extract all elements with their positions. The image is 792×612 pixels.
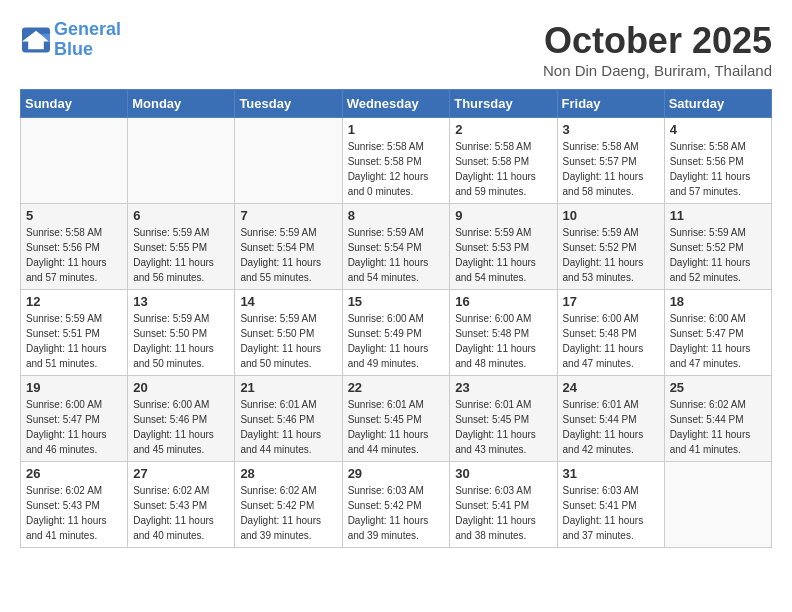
day-number: 30 xyxy=(455,466,551,481)
day-number: 10 xyxy=(563,208,659,223)
day-number: 29 xyxy=(348,466,445,481)
weekday-header-saturday: Saturday xyxy=(664,90,771,118)
day-number: 6 xyxy=(133,208,229,223)
weekday-header-wednesday: Wednesday xyxy=(342,90,450,118)
day-info: Sunrise: 6:02 AMSunset: 5:44 PMDaylight:… xyxy=(670,397,766,457)
day-info: Sunrise: 5:58 AMSunset: 5:58 PMDaylight:… xyxy=(455,139,551,199)
location-subtitle: Non Din Daeng, Buriram, Thailand xyxy=(543,62,772,79)
day-info: Sunrise: 6:00 AMSunset: 5:47 PMDaylight:… xyxy=(670,311,766,371)
calendar-cell: 17Sunrise: 6:00 AMSunset: 5:48 PMDayligh… xyxy=(557,290,664,376)
day-number: 14 xyxy=(240,294,336,309)
day-info: Sunrise: 6:01 AMSunset: 5:45 PMDaylight:… xyxy=(348,397,445,457)
calendar-cell: 24Sunrise: 6:01 AMSunset: 5:44 PMDayligh… xyxy=(557,376,664,462)
calendar-cell: 22Sunrise: 6:01 AMSunset: 5:45 PMDayligh… xyxy=(342,376,450,462)
day-number: 28 xyxy=(240,466,336,481)
calendar-cell: 13Sunrise: 5:59 AMSunset: 5:50 PMDayligh… xyxy=(128,290,235,376)
day-number: 18 xyxy=(670,294,766,309)
day-number: 27 xyxy=(133,466,229,481)
day-info: Sunrise: 5:59 AMSunset: 5:50 PMDaylight:… xyxy=(240,311,336,371)
calendar-cell: 12Sunrise: 5:59 AMSunset: 5:51 PMDayligh… xyxy=(21,290,128,376)
calendar-week-row: 19Sunrise: 6:00 AMSunset: 5:47 PMDayligh… xyxy=(21,376,772,462)
day-number: 5 xyxy=(26,208,122,223)
day-info: Sunrise: 6:00 AMSunset: 5:48 PMDaylight:… xyxy=(563,311,659,371)
month-title: October 2025 xyxy=(543,20,772,62)
day-info: Sunrise: 6:00 AMSunset: 5:49 PMDaylight:… xyxy=(348,311,445,371)
day-number: 9 xyxy=(455,208,551,223)
day-number: 13 xyxy=(133,294,229,309)
calendar-cell xyxy=(128,118,235,204)
calendar-table: SundayMondayTuesdayWednesdayThursdayFrid… xyxy=(20,89,772,548)
day-info: Sunrise: 6:02 AMSunset: 5:43 PMDaylight:… xyxy=(133,483,229,543)
day-number: 16 xyxy=(455,294,551,309)
logo-text: General Blue xyxy=(54,20,121,60)
day-info: Sunrise: 5:59 AMSunset: 5:52 PMDaylight:… xyxy=(670,225,766,285)
day-number: 23 xyxy=(455,380,551,395)
day-info: Sunrise: 6:03 AMSunset: 5:42 PMDaylight:… xyxy=(348,483,445,543)
calendar-cell: 11Sunrise: 5:59 AMSunset: 5:52 PMDayligh… xyxy=(664,204,771,290)
calendar-header-row: SundayMondayTuesdayWednesdayThursdayFrid… xyxy=(21,90,772,118)
day-info: Sunrise: 6:02 AMSunset: 5:43 PMDaylight:… xyxy=(26,483,122,543)
logo-line2: Blue xyxy=(54,39,93,59)
calendar-cell: 26Sunrise: 6:02 AMSunset: 5:43 PMDayligh… xyxy=(21,462,128,548)
day-number: 3 xyxy=(563,122,659,137)
day-info: Sunrise: 6:00 AMSunset: 5:48 PMDaylight:… xyxy=(455,311,551,371)
calendar-cell: 16Sunrise: 6:00 AMSunset: 5:48 PMDayligh… xyxy=(450,290,557,376)
day-info: Sunrise: 6:01 AMSunset: 5:45 PMDaylight:… xyxy=(455,397,551,457)
day-number: 11 xyxy=(670,208,766,223)
calendar-cell: 28Sunrise: 6:02 AMSunset: 5:42 PMDayligh… xyxy=(235,462,342,548)
day-number: 31 xyxy=(563,466,659,481)
day-info: Sunrise: 6:01 AMSunset: 5:46 PMDaylight:… xyxy=(240,397,336,457)
day-info: Sunrise: 6:03 AMSunset: 5:41 PMDaylight:… xyxy=(563,483,659,543)
calendar-cell: 4Sunrise: 5:58 AMSunset: 5:56 PMDaylight… xyxy=(664,118,771,204)
logo: General Blue xyxy=(20,20,121,60)
day-number: 15 xyxy=(348,294,445,309)
day-number: 12 xyxy=(26,294,122,309)
calendar-cell: 2Sunrise: 5:58 AMSunset: 5:58 PMDaylight… xyxy=(450,118,557,204)
day-info: Sunrise: 6:01 AMSunset: 5:44 PMDaylight:… xyxy=(563,397,659,457)
day-info: Sunrise: 6:00 AMSunset: 5:46 PMDaylight:… xyxy=(133,397,229,457)
day-number: 25 xyxy=(670,380,766,395)
calendar-cell: 19Sunrise: 6:00 AMSunset: 5:47 PMDayligh… xyxy=(21,376,128,462)
calendar-cell: 9Sunrise: 5:59 AMSunset: 5:53 PMDaylight… xyxy=(450,204,557,290)
calendar-week-row: 5Sunrise: 5:58 AMSunset: 5:56 PMDaylight… xyxy=(21,204,772,290)
day-number: 1 xyxy=(348,122,445,137)
calendar-cell: 1Sunrise: 5:58 AMSunset: 5:58 PMDaylight… xyxy=(342,118,450,204)
day-number: 8 xyxy=(348,208,445,223)
calendar-cell: 21Sunrise: 6:01 AMSunset: 5:46 PMDayligh… xyxy=(235,376,342,462)
calendar-cell: 31Sunrise: 6:03 AMSunset: 5:41 PMDayligh… xyxy=(557,462,664,548)
calendar-cell: 8Sunrise: 5:59 AMSunset: 5:54 PMDaylight… xyxy=(342,204,450,290)
day-info: Sunrise: 5:59 AMSunset: 5:54 PMDaylight:… xyxy=(240,225,336,285)
day-info: Sunrise: 5:58 AMSunset: 5:58 PMDaylight:… xyxy=(348,139,445,199)
calendar-cell: 5Sunrise: 5:58 AMSunset: 5:56 PMDaylight… xyxy=(21,204,128,290)
day-number: 2 xyxy=(455,122,551,137)
calendar-cell xyxy=(235,118,342,204)
calendar-cell: 30Sunrise: 6:03 AMSunset: 5:41 PMDayligh… xyxy=(450,462,557,548)
calendar-cell: 10Sunrise: 5:59 AMSunset: 5:52 PMDayligh… xyxy=(557,204,664,290)
day-info: Sunrise: 6:03 AMSunset: 5:41 PMDaylight:… xyxy=(455,483,551,543)
calendar-cell: 23Sunrise: 6:01 AMSunset: 5:45 PMDayligh… xyxy=(450,376,557,462)
calendar-cell: 18Sunrise: 6:00 AMSunset: 5:47 PMDayligh… xyxy=(664,290,771,376)
calendar-cell: 20Sunrise: 6:00 AMSunset: 5:46 PMDayligh… xyxy=(128,376,235,462)
day-info: Sunrise: 5:59 AMSunset: 5:51 PMDaylight:… xyxy=(26,311,122,371)
calendar-week-row: 12Sunrise: 5:59 AMSunset: 5:51 PMDayligh… xyxy=(21,290,772,376)
day-number: 17 xyxy=(563,294,659,309)
day-number: 22 xyxy=(348,380,445,395)
day-number: 21 xyxy=(240,380,336,395)
calendar-cell: 15Sunrise: 6:00 AMSunset: 5:49 PMDayligh… xyxy=(342,290,450,376)
calendar-cell xyxy=(21,118,128,204)
calendar-cell xyxy=(664,462,771,548)
calendar-cell: 3Sunrise: 5:58 AMSunset: 5:57 PMDaylight… xyxy=(557,118,664,204)
day-info: Sunrise: 5:59 AMSunset: 5:55 PMDaylight:… xyxy=(133,225,229,285)
calendar-cell: 6Sunrise: 5:59 AMSunset: 5:55 PMDaylight… xyxy=(128,204,235,290)
day-info: Sunrise: 5:59 AMSunset: 5:52 PMDaylight:… xyxy=(563,225,659,285)
day-number: 4 xyxy=(670,122,766,137)
calendar-week-row: 26Sunrise: 6:02 AMSunset: 5:43 PMDayligh… xyxy=(21,462,772,548)
calendar-cell: 7Sunrise: 5:59 AMSunset: 5:54 PMDaylight… xyxy=(235,204,342,290)
day-info: Sunrise: 5:59 AMSunset: 5:50 PMDaylight:… xyxy=(133,311,229,371)
calendar-cell: 29Sunrise: 6:03 AMSunset: 5:42 PMDayligh… xyxy=(342,462,450,548)
day-number: 26 xyxy=(26,466,122,481)
calendar-week-row: 1Sunrise: 5:58 AMSunset: 5:58 PMDaylight… xyxy=(21,118,772,204)
weekday-header-friday: Friday xyxy=(557,90,664,118)
weekday-header-tuesday: Tuesday xyxy=(235,90,342,118)
day-number: 19 xyxy=(26,380,122,395)
